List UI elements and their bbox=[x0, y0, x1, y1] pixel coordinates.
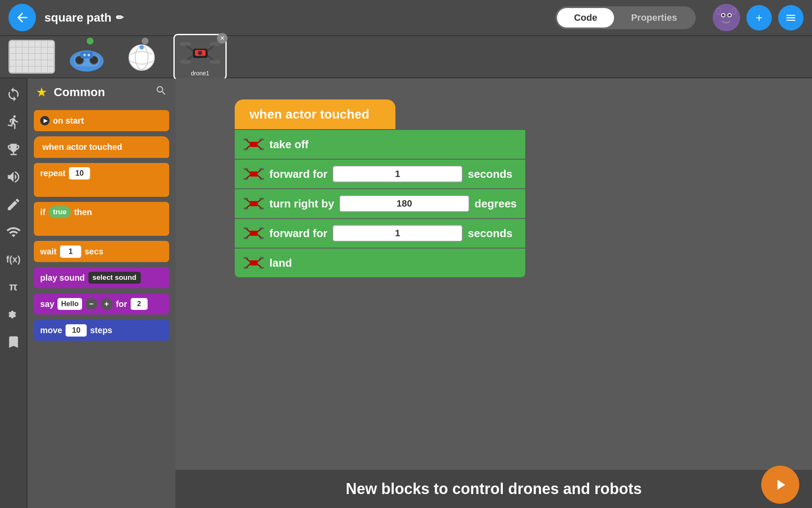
top-bar: square path ✏ Code Properties + bbox=[0, 0, 812, 36]
category-label: Common bbox=[54, 86, 149, 99]
block-when-actor-touched-label: when actor touched bbox=[42, 142, 122, 152]
canvas-block-turn-right[interactable]: turn right by degrees bbox=[235, 189, 525, 218]
say-minus-btn[interactable]: − bbox=[85, 298, 97, 310]
device-grid[interactable] bbox=[8, 40, 55, 74]
nav-icon-pi[interactable]: π bbox=[4, 277, 23, 296]
svg-rect-6 bbox=[732, 8, 736, 14]
svg-point-37 bbox=[259, 148, 264, 150]
canvas-forward2-label: forward for bbox=[269, 227, 327, 240]
canvas-turn-label: turn right by bbox=[269, 197, 334, 210]
canvas-block-forward1[interactable]: forward for seconds bbox=[235, 160, 525, 188]
block-wait[interactable]: wait secs bbox=[34, 241, 169, 262]
pencil-icon: ✏ bbox=[116, 12, 123, 23]
nav-icon-person[interactable] bbox=[4, 112, 23, 131]
nav-icon-bookmark[interactable] bbox=[4, 332, 23, 351]
repeat-input[interactable] bbox=[69, 167, 90, 179]
nav-icon-atom[interactable] bbox=[4, 305, 23, 324]
nav-icon-trophy[interactable] bbox=[4, 140, 23, 159]
play-button[interactable] bbox=[761, 466, 799, 504]
block-when-actor-touched[interactable]: when actor touched bbox=[34, 136, 169, 158]
device-ball[interactable] bbox=[118, 40, 165, 74]
say-hello-value[interactable]: Hello bbox=[58, 298, 82, 310]
block-if-then[interactable]: if true then bbox=[34, 202, 169, 236]
say-for-label: for bbox=[116, 299, 127, 309]
svg-point-12 bbox=[83, 54, 86, 56]
svg-point-25 bbox=[180, 60, 191, 64]
move-label: move bbox=[40, 326, 62, 335]
nav-icon-wireless[interactable] bbox=[4, 222, 23, 241]
tab-properties[interactable]: Properties bbox=[614, 8, 694, 28]
move-input[interactable] bbox=[66, 324, 87, 337]
svg-point-28 bbox=[198, 51, 202, 55]
canvas-turn-input[interactable] bbox=[339, 195, 469, 212]
svg-point-55 bbox=[259, 207, 264, 210]
svg-point-54 bbox=[244, 207, 248, 210]
search-icon[interactable] bbox=[155, 85, 167, 99]
svg-point-53 bbox=[259, 198, 264, 200]
svg-point-64 bbox=[259, 237, 264, 239]
canvas-turn-suffix: degrees bbox=[475, 197, 517, 210]
repeat-label: repeat bbox=[40, 168, 66, 178]
svg-rect-65 bbox=[250, 260, 258, 265]
drone-label: drone1 bbox=[177, 70, 223, 77]
svg-point-44 bbox=[259, 168, 264, 170]
nav-icon-sound[interactable] bbox=[4, 167, 23, 186]
nav-icon-function[interactable]: f(x) bbox=[4, 250, 23, 269]
canvas-trigger[interactable]: when actor touched bbox=[235, 99, 395, 129]
say-num-value[interactable]: 2 bbox=[131, 298, 148, 310]
add-button[interactable]: + bbox=[746, 5, 772, 30]
star-icon: ★ bbox=[36, 85, 47, 99]
canvas-forward2-input[interactable] bbox=[332, 225, 463, 242]
wait-input[interactable] bbox=[60, 246, 81, 258]
say-plus-btn[interactable]: + bbox=[101, 298, 112, 310]
project-title-text: square path bbox=[44, 11, 112, 25]
block-say[interactable]: say Hello − + for 2 bbox=[34, 293, 169, 315]
tab-code[interactable]: Code bbox=[557, 8, 614, 28]
canvas-forward1-label: forward for bbox=[269, 168, 327, 181]
canvas-forward2-suffix: seconds bbox=[468, 227, 513, 240]
svg-point-70 bbox=[244, 257, 248, 259]
device-close-button[interactable]: ✕ bbox=[217, 33, 228, 44]
canvas-land-label: land bbox=[269, 257, 292, 270]
block-play-sound[interactable]: play sound select sound bbox=[34, 267, 169, 288]
svg-point-61 bbox=[244, 227, 248, 229]
canvas-block-take-off[interactable]: take off bbox=[235, 130, 525, 159]
tab-group: Code Properties bbox=[555, 6, 696, 29]
drone-icon-2 bbox=[243, 166, 264, 182]
nav-icon-loop[interactable] bbox=[4, 85, 23, 104]
canvas-take-off-label: take off bbox=[269, 138, 308, 151]
svg-point-63 bbox=[244, 237, 248, 239]
if-condition[interactable]: true bbox=[49, 206, 71, 218]
canvas-forward1-input[interactable] bbox=[332, 166, 463, 182]
bottom-message: New blocks to control drones and robots bbox=[346, 480, 642, 498]
svg-point-23 bbox=[180, 42, 191, 46]
blocks-list: on start when actor touched repeat if tr… bbox=[27, 106, 176, 508]
svg-point-43 bbox=[244, 168, 248, 170]
svg-point-4 bbox=[728, 14, 731, 17]
if-label: if bbox=[40, 207, 45, 217]
sound-selector[interactable]: select sound bbox=[88, 272, 141, 284]
canvas-trigger-label: when actor touched bbox=[250, 107, 369, 121]
move-suffix: steps bbox=[90, 326, 112, 335]
device-robot[interactable] bbox=[63, 40, 110, 74]
if-body bbox=[49, 218, 163, 229]
then-label: then bbox=[74, 207, 92, 217]
svg-point-73 bbox=[259, 267, 264, 269]
avatar bbox=[713, 4, 740, 31]
canvas-blocks: when actor touched bbox=[235, 99, 525, 277]
canvas-forward1-suffix: seconds bbox=[468, 168, 513, 181]
device-drone-selected[interactable]: ✕ drone1 bbox=[173, 34, 227, 80]
block-on-start[interactable]: on start bbox=[34, 110, 169, 131]
canvas-block-land[interactable]: land bbox=[235, 248, 525, 277]
svg-rect-56 bbox=[250, 231, 258, 236]
svg-point-3 bbox=[722, 14, 724, 17]
block-move[interactable]: move steps bbox=[34, 320, 169, 341]
menu-button[interactable] bbox=[778, 5, 804, 30]
code-canvas: when actor touched bbox=[176, 78, 812, 508]
nav-icon-pen[interactable] bbox=[4, 195, 23, 214]
play-sound-label: play sound bbox=[40, 273, 85, 283]
bottom-bar: New blocks to control drones and robots bbox=[176, 470, 812, 508]
canvas-block-forward2[interactable]: forward for seconds bbox=[235, 219, 525, 248]
block-repeat[interactable]: repeat bbox=[34, 163, 169, 197]
back-button[interactable] bbox=[8, 4, 36, 31]
